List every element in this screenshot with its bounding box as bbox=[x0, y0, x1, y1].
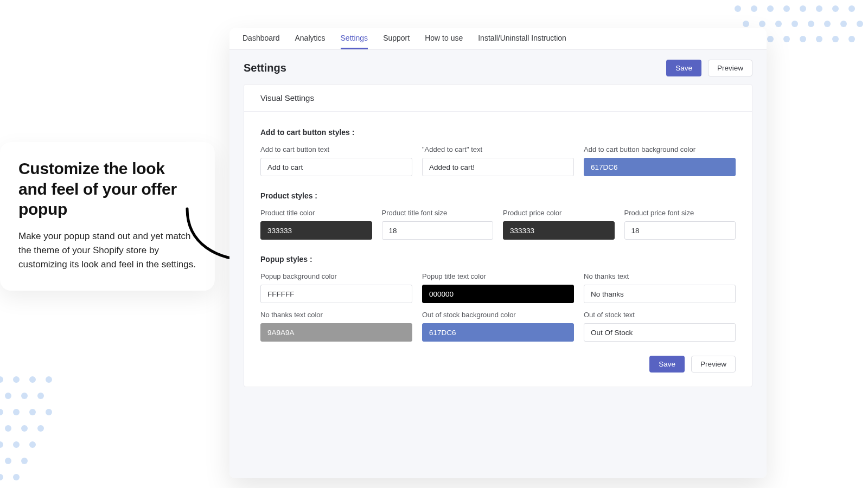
svg-point-31 bbox=[0, 409, 3, 415]
svg-point-23 bbox=[0, 376, 3, 383]
svg-point-40 bbox=[13, 441, 20, 448]
svg-point-22 bbox=[848, 36, 855, 42]
svg-point-20 bbox=[816, 36, 822, 42]
decorative-dots-bottom-left bbox=[0, 369, 98, 488]
svg-point-5 bbox=[816, 5, 822, 12]
svg-point-6 bbox=[832, 5, 839, 12]
svg-point-14 bbox=[840, 21, 847, 27]
svg-point-37 bbox=[21, 425, 28, 432]
label-popup-bg-color: Popup background color bbox=[260, 272, 412, 280]
svg-point-11 bbox=[792, 21, 798, 27]
app-body: Settings Save Preview Visual Settings Ad… bbox=[229, 50, 767, 478]
app-panel: Dashboard Analytics Settings Support How… bbox=[229, 28, 767, 478]
section-heading-product: Product styles : bbox=[260, 191, 736, 200]
svg-point-10 bbox=[775, 21, 782, 27]
input-popup-bg-color[interactable]: FFFFFF bbox=[260, 285, 412, 303]
tab-settings[interactable]: Settings bbox=[341, 28, 368, 49]
svg-point-45 bbox=[0, 474, 3, 480]
input-product-title-color[interactable]: 333333 bbox=[260, 221, 372, 240]
svg-point-43 bbox=[5, 458, 11, 464]
svg-point-12 bbox=[808, 21, 814, 27]
svg-point-1 bbox=[751, 5, 757, 12]
label-oos-bg-color: Out of stock background color bbox=[422, 311, 574, 319]
svg-point-38 bbox=[37, 425, 44, 432]
svg-point-36 bbox=[5, 425, 11, 432]
svg-point-17 bbox=[767, 36, 774, 42]
label-nothanks-text: No thanks text bbox=[584, 272, 736, 280]
tab-howtouse[interactable]: How to use bbox=[425, 28, 463, 49]
save-button-bottom[interactable]: Save bbox=[649, 356, 685, 373]
input-product-price-size[interactable]: 18 bbox=[624, 221, 736, 240]
svg-point-29 bbox=[21, 393, 28, 399]
svg-point-21 bbox=[832, 36, 839, 42]
svg-point-19 bbox=[800, 36, 806, 42]
promo-title: Customize the look and feel of your offe… bbox=[18, 158, 196, 220]
svg-point-13 bbox=[824, 21, 831, 27]
section-heading-popup: Popup styles : bbox=[260, 255, 736, 264]
svg-point-44 bbox=[21, 458, 28, 464]
svg-point-9 bbox=[759, 21, 765, 27]
input-atc-bg-color[interactable]: 617DC6 bbox=[584, 158, 736, 176]
input-oos-bg-color[interactable]: 617DC6 bbox=[422, 323, 574, 342]
svg-point-24 bbox=[13, 376, 20, 383]
svg-point-0 bbox=[735, 5, 741, 12]
input-product-price-color[interactable]: 333333 bbox=[503, 221, 615, 240]
svg-point-2 bbox=[767, 5, 774, 12]
label-product-title-color: Product title color bbox=[260, 209, 372, 217]
svg-point-18 bbox=[783, 36, 790, 42]
svg-point-32 bbox=[13, 409, 20, 415]
svg-point-15 bbox=[857, 21, 863, 27]
page-title: Settings bbox=[244, 62, 286, 74]
label-product-title-size: Product title font size bbox=[382, 209, 494, 217]
tab-dashboard[interactable]: Dashboard bbox=[242, 28, 280, 49]
tab-support[interactable]: Support bbox=[383, 28, 410, 49]
tab-install[interactable]: Install/Uninstall Instruction bbox=[478, 28, 566, 49]
input-product-title-size[interactable]: 18 bbox=[382, 221, 494, 240]
promo-text: Make your popup stand out and yet match … bbox=[18, 229, 196, 272]
svg-point-8 bbox=[743, 21, 749, 27]
label-atc-bg-color: Add to cart button background color bbox=[584, 145, 736, 153]
svg-point-26 bbox=[46, 376, 52, 383]
visual-settings-card: Visual Settings Add to cart button style… bbox=[244, 84, 752, 387]
promo-card: Customize the look and feel of your offe… bbox=[0, 142, 215, 291]
input-popup-title-color[interactable]: 000000 bbox=[422, 285, 574, 303]
input-oos-text[interactable]: Out Of Stock bbox=[584, 323, 736, 342]
label-product-price-size: Product price font size bbox=[624, 209, 736, 217]
svg-point-25 bbox=[29, 376, 36, 383]
svg-point-34 bbox=[46, 409, 52, 415]
svg-point-46 bbox=[13, 474, 20, 480]
input-nothanks-text[interactable]: No thanks bbox=[584, 285, 736, 303]
svg-point-4 bbox=[800, 5, 806, 12]
tab-bar: Dashboard Analytics Settings Support How… bbox=[229, 28, 767, 50]
input-atc-button-text[interactable]: Add to cart bbox=[260, 158, 412, 176]
svg-point-7 bbox=[848, 5, 855, 12]
save-button[interactable]: Save bbox=[666, 60, 701, 76]
svg-point-39 bbox=[0, 441, 3, 448]
svg-point-41 bbox=[29, 441, 36, 448]
card-header: Visual Settings bbox=[244, 85, 752, 112]
svg-point-33 bbox=[29, 409, 36, 415]
svg-point-3 bbox=[783, 5, 790, 12]
input-atc-added-text[interactable]: Added to cart! bbox=[422, 158, 574, 176]
svg-point-30 bbox=[37, 393, 44, 399]
tab-analytics[interactable]: Analytics bbox=[295, 28, 326, 49]
label-atc-added-text: "Added to cart" text bbox=[422, 145, 574, 153]
label-atc-button-text: Add to cart button text bbox=[260, 145, 412, 153]
preview-button[interactable]: Preview bbox=[708, 60, 752, 76]
label-oos-text: Out of stock text bbox=[584, 311, 736, 319]
label-nothanks-color: No thanks text color bbox=[260, 311, 412, 319]
label-product-price-color: Product price color bbox=[503, 209, 615, 217]
input-nothanks-color[interactable]: 9A9A9A bbox=[260, 323, 412, 342]
svg-point-28 bbox=[5, 393, 11, 399]
section-heading-addtocart: Add to cart button styles : bbox=[260, 128, 736, 137]
preview-button-bottom[interactable]: Preview bbox=[691, 356, 736, 373]
label-popup-title-color: Popup title text color bbox=[422, 272, 574, 280]
